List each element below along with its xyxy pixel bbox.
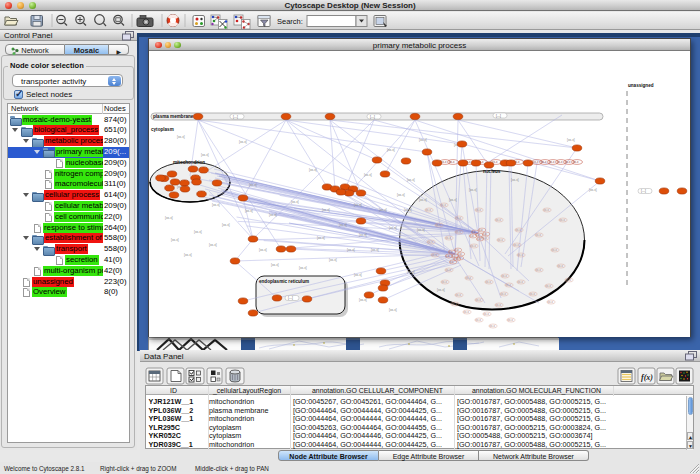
svg-text:xx-x: xx-x	[565, 160, 571, 164]
svg-text:[xx-x]: [xx-x]	[249, 183, 257, 187]
svg-text:xx-x: xx-x	[486, 280, 492, 284]
svg-text:xx-x: xx-x	[426, 208, 432, 212]
svg-text:xx-x: xx-x	[441, 203, 447, 207]
svg-text:xx-x: xx-x	[501, 292, 507, 296]
svg-text:[xx-x]: [xx-x]	[449, 198, 457, 202]
svg-text:[---]: [---]	[233, 115, 238, 119]
svg-text:x-x: x-x	[457, 256, 461, 260]
svg-text:[xx-x]: [xx-x]	[347, 248, 355, 252]
svg-text:[xx-x]: [xx-x]	[209, 243, 217, 247]
svg-text:f(x): f(x)	[641, 373, 653, 382]
svg-text:xx-x: xx-x	[471, 244, 477, 248]
svg-text:x-x: x-x	[450, 260, 454, 264]
svg-text:[xx-x]: [xx-x]	[222, 223, 230, 227]
svg-text:xx-x: xx-x	[446, 236, 452, 240]
svg-text:[xx-x]: [xx-x]	[184, 253, 192, 257]
svg-text:[xx-x]: [xx-x]	[404, 208, 412, 212]
svg-text:xx-x: xx-x	[442, 280, 448, 284]
svg-text:xx-x: xx-x	[548, 300, 554, 304]
svg-text:Search:: Search:	[277, 17, 303, 26]
svg-text:mitochondrion: mitochondrion	[173, 160, 205, 165]
svg-text:plasma membrane: plasma membrane	[153, 114, 194, 119]
svg-text:[xx-x]: [xx-x]	[419, 198, 427, 202]
svg-text:[xx-x]: [xx-x]	[329, 258, 337, 262]
svg-text:[xx-x]: [xx-x]	[245, 209, 253, 213]
svg-text:xx-x: xx-x	[530, 292, 536, 296]
svg-text:[xx-x]: [xx-x]	[322, 208, 330, 212]
svg-text:[xx-x]: [xx-x]	[259, 248, 267, 252]
svg-text:[xx-x]: [xx-x]	[269, 213, 277, 217]
svg-text:[xx-x]: [xx-x]	[389, 308, 397, 312]
svg-text:nucleus: nucleus	[483, 169, 501, 174]
svg-text:xx-x: xx-x	[498, 238, 504, 242]
svg-text:xx-x: xx-x	[464, 310, 470, 314]
svg-text:x-x: x-x	[470, 234, 474, 238]
svg-text:[xx-x]: [xx-x]	[354, 273, 362, 277]
svg-text:[xx-x]: [xx-x]	[165, 216, 173, 220]
svg-text:xx-x: xx-x	[566, 278, 572, 282]
svg-text:[xx-x]: [xx-x]	[437, 288, 445, 292]
svg-text:xx-x: xx-x	[549, 160, 555, 164]
svg-text:[xx-x]: [xx-x]	[387, 148, 395, 152]
svg-text:xx-x: xx-x	[482, 236, 488, 240]
svg-text:[xx-x]: [xx-x]	[212, 203, 220, 207]
svg-text:[xx-x]: [xx-x]	[201, 153, 209, 157]
svg-text:xx-x: xx-x	[449, 160, 455, 164]
svg-text:[---]: [---]	[641, 189, 646, 193]
svg-text:xx-x: xx-x	[573, 160, 579, 164]
svg-text:endoplasmic reticulum: endoplasmic reticulum	[259, 279, 309, 284]
svg-text:xx-x: xx-x	[544, 208, 550, 212]
svg-text:[xx-x]: [xx-x]	[469, 188, 477, 192]
svg-text:xx-x: xx-x	[484, 312, 490, 316]
svg-text:xx-x: xx-x	[514, 243, 520, 247]
svg-text:[xx-x]: [xx-x]	[511, 178, 519, 182]
svg-text:[xx-x]: [xx-x]	[171, 238, 179, 242]
svg-text:[xx-x]: [xx-x]	[339, 223, 347, 227]
svg-text:xx-x: xx-x	[476, 298, 482, 302]
svg-text:xx-x: xx-x	[546, 284, 552, 288]
svg-text:[xx-x]: [xx-x]	[389, 226, 397, 230]
svg-text:[xx-x]: [xx-x]	[177, 135, 185, 139]
svg-text:[xx-x]: [xx-x]	[407, 178, 415, 182]
svg-text:xx-x: xx-x	[456, 216, 462, 220]
svg-text:xx-x: xx-x	[508, 318, 514, 322]
svg-text:[xx-x]: [xx-x]	[239, 140, 247, 144]
svg-text:xx-x: xx-x	[466, 276, 472, 280]
svg-text:xx-x: xx-x	[432, 253, 438, 257]
svg-text:[---]: [---]	[370, 115, 375, 119]
svg-text:xx-x: xx-x	[557, 160, 563, 164]
svg-text:xx-x: xx-x	[536, 268, 542, 272]
svg-text:[xx-x]: [xx-x]	[407, 270, 415, 274]
svg-text:[xx-x]: [xx-x]	[291, 200, 299, 204]
svg-text:xx-x: xx-x	[518, 280, 524, 284]
svg-text:xx-x: xx-x	[518, 253, 524, 257]
svg-text:x-x: x-x	[483, 232, 487, 236]
svg-text:[xx-x]: [xx-x]	[359, 298, 367, 302]
svg-text:[xx-x]: [xx-x]	[589, 188, 597, 192]
svg-text:x-x: x-x	[446, 254, 450, 258]
svg-text:xx-x: xx-x	[496, 303, 502, 307]
svg-text:xx-x: xx-x	[476, 208, 482, 212]
svg-text:[xx-x]: [xx-x]	[379, 208, 387, 212]
svg-text:[xx-x]: [xx-x]	[194, 230, 202, 234]
svg-text:[xx-x]: [xx-x]	[271, 263, 279, 267]
svg-text:xx-x: xx-x	[446, 268, 452, 272]
svg-text:xx-x: xx-x	[558, 264, 564, 268]
svg-text:xx-x: xx-x	[428, 240, 434, 244]
svg-text:xx-x: xx-x	[560, 218, 566, 222]
svg-text:xx-x: xx-x	[516, 228, 522, 232]
svg-text:[xx-x]: [xx-x]	[309, 168, 317, 172]
svg-text:[xx-x]: [xx-x]	[317, 236, 325, 240]
svg-text:xx-x: xx-x	[552, 248, 558, 252]
svg-text:xx-x: xx-x	[502, 274, 508, 278]
svg-text:x-x: x-x	[477, 237, 481, 241]
svg-text:[xx-x]: [xx-x]	[371, 248, 379, 252]
svg-text:[---]: [---]	[288, 296, 293, 300]
svg-text:[xx-x]: [xx-x]	[417, 228, 425, 232]
svg-text:[xx-x]: [xx-x]	[397, 193, 405, 197]
svg-text:xx-x: xx-x	[456, 293, 462, 297]
svg-text:[xx-x]: [xx-x]	[364, 173, 372, 177]
svg-text:xx-x: xx-x	[476, 318, 482, 322]
svg-text:[---]: [---]	[496, 114, 501, 118]
svg-text:xx-x: xx-x	[456, 230, 462, 234]
